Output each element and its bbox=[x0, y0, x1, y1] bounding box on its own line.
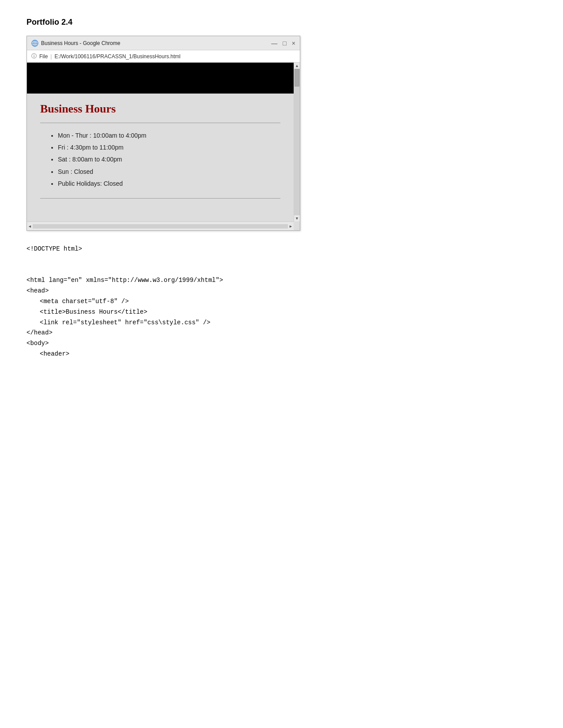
browser-title-text: Business Hours - Google Chrome bbox=[41, 40, 120, 46]
code-section: <!DOCTYPE html> <html lang="en" xmlns="h… bbox=[26, 244, 537, 360]
code-line-4: <html lang="en" xmlns="http://www.w3.org… bbox=[26, 275, 537, 286]
code-line-9: </head> bbox=[26, 328, 537, 338]
browser-titlebar: Business Hours - Google Chrome — □ × bbox=[27, 36, 300, 50]
scroll-right-arrow[interactable]: ► bbox=[289, 224, 293, 229]
address-path: E:/Work/1006116/PRACASSN_1/BusinessHours… bbox=[54, 53, 180, 60]
minimize-button[interactable]: — bbox=[271, 40, 277, 46]
scroll-up-arrow[interactable]: ▲ bbox=[295, 63, 299, 69]
bottom-divider bbox=[40, 198, 280, 199]
info-icon: ⓘ bbox=[31, 53, 37, 60]
top-divider bbox=[40, 123, 280, 123]
code-line-10: <body> bbox=[26, 338, 537, 349]
globe-icon bbox=[31, 40, 38, 47]
code-line-8: <link rel="stylesheet" href="css\style.c… bbox=[40, 318, 537, 328]
list-item: Sat : 8:00am to 4:00pm bbox=[58, 154, 280, 165]
close-button[interactable]: × bbox=[292, 40, 295, 46]
site-body: Business Hours Mon - Thur : 10:00am to 4… bbox=[27, 94, 294, 212]
site-heading: Business Hours bbox=[40, 102, 280, 116]
site-header-banner bbox=[27, 63, 294, 94]
address-separator: | bbox=[50, 53, 52, 60]
list-item: Sun : Closed bbox=[58, 166, 280, 177]
browser-window: Business Hours - Google Chrome — □ × ⓘ F… bbox=[26, 36, 300, 231]
site-content: Business Hours Mon - Thur : 10:00am to 4… bbox=[27, 63, 294, 221]
address-file-label: File bbox=[39, 53, 48, 60]
hours-list: Mon - Thur : 10:00am to 4:00pm Fri : 4:3… bbox=[40, 130, 280, 189]
browser-addressbar: ⓘ File | E:/Work/1006116/PRACASSN_1/Busi… bbox=[27, 50, 300, 63]
maximize-button[interactable]: □ bbox=[283, 40, 286, 46]
scroll-left-arrow[interactable]: ◄ bbox=[28, 224, 32, 229]
code-line-11: <header> bbox=[40, 349, 537, 360]
code-line-7: <title>Business Hours</title> bbox=[40, 307, 537, 318]
code-line-1: <!DOCTYPE html> bbox=[26, 244, 537, 255]
code-line-5: <head> bbox=[26, 286, 537, 296]
list-item: Fri : 4:30pm to 11:00pm bbox=[58, 142, 280, 153]
code-line-2 bbox=[26, 255, 537, 265]
list-item: Public Holidays: Closed bbox=[58, 178, 280, 189]
scroll-down-arrow[interactable]: ▼ bbox=[295, 215, 299, 221]
page-title: Portfolio 2.4 bbox=[26, 18, 537, 27]
code-line-3 bbox=[26, 265, 537, 276]
browser-content: ▲ ▼ ◄ ► Business Hours Mon - Thur : 10:0… bbox=[27, 63, 300, 230]
code-line-6: <meta charset="utf-8" /> bbox=[40, 296, 537, 307]
list-item: Mon - Thur : 10:00am to 4:00pm bbox=[58, 130, 280, 141]
vertical-scrollbar[interactable]: ▲ ▼ bbox=[294, 63, 300, 221]
scroll-thumb[interactable] bbox=[295, 69, 299, 86]
horizontal-scrollbar[interactable]: ◄ ► bbox=[27, 221, 294, 230]
